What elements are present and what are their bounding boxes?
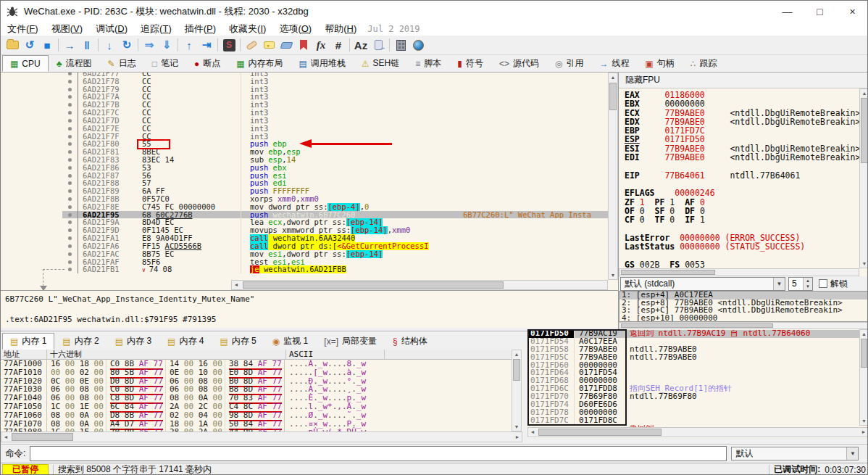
register-line[interactable]: LastStatus 00000000 (STATUS_SUCCESS)	[625, 242, 859, 251]
stack-row[interactable]: 0171FD5C77B9ABE0ntdll.77B9ABE0	[527, 354, 859, 362]
toolbar-stop-button[interactable]: ■	[38, 37, 56, 54]
stack-hscrollbar[interactable]: ◄ ►	[527, 427, 868, 437]
bottom-tab-memory-1[interactable]: ▤内存 1	[2, 333, 54, 350]
disassembly-vscrollbar[interactable]: ▲▼	[608, 73, 618, 280]
tab-memmap[interactable]: ▦内存布局	[228, 55, 291, 72]
disasm-row[interactable]: 6AD21FAF85F6test esi,esi	[62, 258, 608, 266]
menu-item-o[interactable]: 选项(O)	[272, 22, 318, 36]
breakpoint-dot-icon[interactable]	[62, 187, 78, 195]
breakpoint-dot-icon[interactable]	[62, 133, 78, 141]
breakpoint-dot-icon[interactable]	[62, 265, 78, 273]
maximize-button[interactable]: □	[804, 1, 836, 22]
breakpoint-dot-icon[interactable]	[62, 78, 78, 86]
tab-graph[interactable]: ♣流程图	[49, 55, 100, 72]
breakpoint-dot-icon[interactable]	[62, 179, 78, 187]
stack-row[interactable]: 0171FD6800000000	[527, 377, 859, 385]
toolbar-hash-button[interactable]: #	[330, 37, 347, 54]
breakpoint-dot-icon[interactable]	[62, 172, 78, 180]
toolbar-attach-button[interactable]	[370, 37, 387, 54]
register-line[interactable]: EDI 77B9ABE0 <ntdll.DbgUiRemoteBreakin>	[625, 153, 859, 162]
menu-item-p[interactable]: 插件(P)	[178, 22, 222, 36]
stack-row[interactable]: 0171FD7800000000	[527, 409, 859, 417]
minimize-button[interactable]: —	[771, 1, 804, 22]
breakpoint-dot-icon[interactable]	[62, 242, 78, 250]
tab-threads[interactable]: →线程	[591, 55, 637, 72]
menu-item-t[interactable]: 追踪(T)	[134, 22, 178, 36]
menu-item-i[interactable]: 收藏夹(I)	[222, 22, 272, 36]
hex-dump-panel[interactable]: 地址 十六进制 ASCII 77AF100016 00 18 00C0 8B A…	[1, 350, 522, 442]
stack-row[interactable]: 0171FD6C0171FDD8指向SEH_Record[1]的指针	[527, 385, 859, 393]
toolbar-step-over-button[interactable]: ↻	[118, 37, 135, 54]
bottom-tab-struct[interactable]: §结构体	[385, 333, 435, 350]
toolbar-strings-button[interactable]: Az	[352, 37, 370, 54]
stepper-arrows-icon[interactable]: ▲▼	[803, 278, 812, 290]
toolbar-run-to-user-code-button[interactable]: ⇥	[198, 37, 215, 54]
toolbar-open-file-button[interactable]	[4, 37, 21, 54]
command-script-select[interactable]: 默认▼	[731, 447, 859, 460]
stack-panel[interactable]: 0171FD5077B9AC19返回到 ntdll.77B9AC19 自 ntd…	[527, 329, 868, 438]
breakpoint-dot-icon[interactable]	[62, 156, 78, 164]
toolbar-run-button[interactable]: →	[61, 37, 78, 54]
call-arguments-list[interactable]: 1: [esp+4] A0C17EEA2: [esp+8] 77B9ABE0 <…	[619, 291, 868, 322]
dump-hscrollbar[interactable]: ◄ ►	[1, 431, 522, 442]
disasm-row[interactable]: 6AD21FB1∨ 74 08je wechatwin.6AD21FBB	[62, 265, 608, 273]
tab-script[interactable]: ≡脚本	[407, 55, 449, 72]
registers-vscrollbar[interactable]: ▲▼	[859, 88, 868, 268]
tab-callstack[interactable]: ▤调用堆栈	[291, 55, 353, 72]
stack-row[interactable]: 0171FD640171FD54	[527, 369, 859, 377]
bottom-tab-memory-3[interactable]: ▤内存 3	[107, 333, 159, 350]
bottom-tab-memory-2[interactable]: ▤内存 2	[54, 333, 107, 350]
disassembly-hscrollbar[interactable]: ◄	[231, 280, 608, 290]
toolbar-patches-button[interactable]	[243, 37, 260, 54]
dump-vscrollbar[interactable]: ▲▼	[512, 350, 522, 431]
toolbar-step-into-button[interactable]: ↓	[101, 37, 118, 54]
command-input[interactable]	[30, 446, 727, 461]
breakpoint-dot-icon[interactable]	[62, 258, 78, 266]
tab-breakpoints[interactable]: ●断点	[186, 55, 228, 72]
tab-references[interactable]: ◎引用	[547, 55, 591, 72]
stack-row[interactable]: 0171FD7C0171FD8C	[527, 417, 859, 425]
breakpoint-dot-icon[interactable]	[62, 109, 78, 117]
hide-fpu-button[interactable]: 隐藏FPU	[619, 73, 868, 88]
checkbox-icon[interactable]	[819, 279, 827, 288]
arguments-hscrollbar[interactable]	[619, 322, 868, 329]
registers-hscrollbar[interactable]	[619, 268, 859, 276]
args-depth-stepper[interactable]: 5 ▲▼	[788, 277, 813, 291]
menu-item-d[interactable]: 调试(D)	[89, 22, 134, 36]
toolbar-step-into-source-button[interactable]: ⇓	[158, 37, 175, 54]
toolbar-restart-button[interactable]: ↺	[21, 37, 38, 54]
breakpoint-dot-icon[interactable]	[62, 226, 78, 234]
tab-handles[interactable]: ▣句柄	[637, 55, 682, 72]
stack-vscrollbar[interactable]: ▲▼	[859, 329, 868, 426]
tab-cpu[interactable]: ▦CPU	[2, 55, 49, 72]
close-button[interactable]: ×	[836, 1, 868, 22]
tab-source[interactable]: <>源代码	[491, 55, 547, 72]
bottom-tab-locals[interactable]: [x=]局部变量	[316, 333, 385, 350]
menu-item-h[interactable]: 帮助(H)	[318, 22, 363, 36]
breakpoint-dot-icon[interactable]	[62, 140, 78, 148]
breakpoint-dot-icon[interactable]	[62, 164, 78, 172]
tab-symbols[interactable]: ▮符号	[449, 55, 491, 72]
stack-row[interactable]: 0171FD54A0C17EEA	[527, 338, 859, 346]
registers-list[interactable]: EAX 01186000EBX 00000000ECX 77B9ABE0 <nt…	[619, 88, 859, 268]
disassembly-panel[interactable]: 6AD21F77CCint36AD21F78CCint36AD21F79CCin…	[1, 73, 618, 290]
tab-log[interactable]: ✎日志	[100, 55, 144, 72]
menu-item-v[interactable]: 视图(V)	[45, 22, 89, 36]
bottom-tab-memory-4[interactable]: ▤内存 4	[159, 333, 212, 350]
register-line[interactable]: CF 0 TF 0 IF 1	[625, 215, 859, 224]
menu-item-f[interactable]: 文件(F)	[1, 22, 45, 36]
breakpoint-dot-icon[interactable]	[62, 203, 78, 211]
breakpoint-dot-icon[interactable]	[62, 234, 78, 242]
stack-row[interactable]: 0171FD5077B9AC19返回到 ntdll.77B9AC19 自 ntd…	[527, 330, 859, 338]
toolbar-bookmarks-button[interactable]	[295, 37, 312, 54]
breakpoint-dot-icon[interactable]	[62, 86, 78, 94]
toolbar-calculator-button[interactable]	[392, 37, 409, 54]
breakpoint-dot-icon[interactable]	[62, 93, 78, 101]
register-line[interactable]: GS 002B FS 0053	[625, 260, 859, 268]
unlock-checkbox[interactable]: 解锁	[819, 278, 848, 290]
register-line[interactable]: EIP 77B64061 ntdll.77B64061	[625, 171, 859, 180]
breakpoint-dot-icon[interactable]	[62, 195, 78, 203]
breakpoint-dot-icon[interactable]	[62, 218, 78, 226]
tab-notes[interactable]: □笔记	[144, 55, 186, 72]
breakpoint-dot-icon[interactable]	[62, 148, 78, 156]
